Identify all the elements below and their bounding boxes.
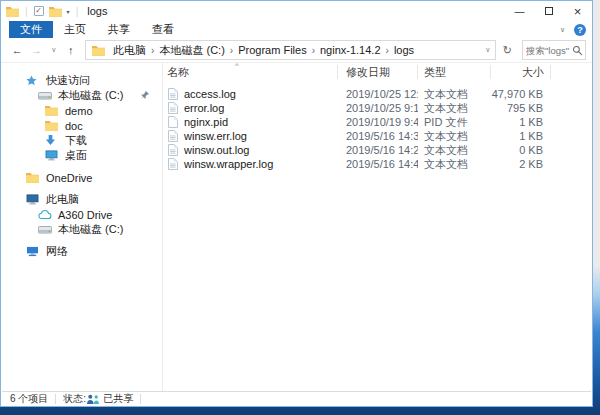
sidebar-item[interactable]: 本地磁盘 (C:) bbox=[2, 222, 162, 237]
window-title: logs bbox=[87, 5, 107, 17]
minimize-button[interactable]: — bbox=[505, 1, 534, 21]
file-date: 2019/5/16 14:29 bbox=[338, 144, 418, 156]
breadcrumb-item[interactable]: nginx-1.14.2 bbox=[315, 44, 386, 56]
download-icon bbox=[45, 135, 59, 147]
sidebar-item[interactable]: A360 Drive bbox=[2, 207, 162, 222]
sidebar-item[interactable]: 网络 bbox=[2, 244, 162, 259]
ribbon-tab[interactable]: 共享 bbox=[97, 21, 141, 38]
cloud-icon bbox=[38, 209, 52, 221]
navigation-bar: ← → ∨ ↑ 此电脑 › 本地磁盘 (C:) › Program Files … bbox=[1, 38, 592, 63]
ribbon-tab[interactable]: 文件 bbox=[9, 21, 53, 38]
new-folder-icon[interactable] bbox=[49, 6, 62, 17]
title-bar: | ✓ ▾ | logs — × bbox=[1, 1, 592, 21]
column-header[interactable]: 大小 bbox=[491, 65, 551, 79]
sidebar-item-label: 快速访问 bbox=[46, 73, 90, 88]
up-button[interactable]: ↑ bbox=[63, 44, 79, 56]
sidebar-item[interactable]: 快速访问 bbox=[2, 73, 162, 88]
window-controls: — × bbox=[505, 1, 592, 21]
file-pane: ^ 名称 修改日期 类型 大小 access.log 2019/10/25 12… bbox=[163, 63, 591, 391]
file-row[interactable]: error.log 2019/10/25 9:11 文本文档 795 KB bbox=[163, 101, 591, 115]
explorer-window: | ✓ ▾ | logs — × 文件 主页 共享 查看 ∨ ? bbox=[0, 0, 593, 407]
properties-check-icon[interactable]: ✓ bbox=[34, 6, 44, 16]
file-row[interactable]: winsw.out.log 2019/5/16 14:29 文本文档 0 KB bbox=[163, 143, 591, 157]
column-header[interactable]: 类型 bbox=[418, 65, 491, 79]
star-icon bbox=[26, 75, 40, 87]
separator bbox=[140, 394, 141, 404]
file-name: nginx.pid bbox=[184, 116, 228, 128]
file-icon bbox=[168, 116, 179, 129]
ribbon-tab[interactable]: 查看 bbox=[141, 21, 185, 38]
quick-access-toolbar: | ✓ ▾ | bbox=[6, 6, 79, 17]
file-date: 2019/10/25 9:11 bbox=[338, 102, 418, 114]
sidebar-item-label: 网络 bbox=[46, 244, 68, 259]
back-button[interactable]: ← bbox=[9, 44, 25, 56]
file-row[interactable]: access.log 2019/10/25 12:11 文本文档 47,970 … bbox=[163, 87, 591, 101]
drive-icon bbox=[38, 224, 52, 236]
status-label: 状态: bbox=[63, 392, 86, 406]
file-size: 2 KB bbox=[491, 158, 551, 170]
search-input[interactable] bbox=[526, 45, 572, 56]
refresh-icon[interactable]: ↻ bbox=[499, 44, 515, 57]
file-date: 2019/5/16 14:40 bbox=[338, 158, 418, 170]
breadcrumb-item[interactable]: Program Files bbox=[233, 44, 311, 56]
text-file-icon bbox=[168, 88, 179, 101]
separator: | bbox=[75, 6, 80, 17]
file-date: 2019/10/25 12:11 bbox=[338, 88, 418, 100]
breadcrumb-item[interactable]: 此电脑 bbox=[108, 43, 151, 58]
file-name: winsw.out.log bbox=[184, 144, 249, 156]
close-button[interactable]: × bbox=[563, 1, 592, 21]
maximize-button[interactable] bbox=[534, 1, 563, 21]
desktop-icon bbox=[45, 150, 59, 162]
file-row[interactable]: winsw.err.log 2019/5/16 14:32 文本文档 1 KB bbox=[163, 129, 591, 143]
folder-icon bbox=[45, 120, 59, 132]
content-area: 快速访问 本地磁盘 (C:) demo doc 下载 桌面 OneDrive 此… bbox=[2, 63, 591, 391]
sidebar-item-label: A360 Drive bbox=[58, 209, 112, 221]
drive-icon bbox=[38, 90, 52, 102]
column-header[interactable]: 修改日期 bbox=[338, 65, 418, 79]
shared-people-icon bbox=[86, 394, 100, 404]
address-bar[interactable]: 此电脑 › 本地磁盘 (C:) › Program Files › nginx-… bbox=[85, 40, 496, 60]
file-rows: access.log 2019/10/25 12:11 文本文档 47,970 … bbox=[163, 87, 591, 171]
column-header[interactable]: 名称 bbox=[163, 65, 338, 79]
sidebar-item-label: 此电脑 bbox=[46, 192, 79, 207]
address-dropdown-icon[interactable]: ∨ bbox=[485, 46, 492, 54]
customize-dropdown-icon[interactable]: ▾ bbox=[67, 8, 70, 15]
sidebar-item[interactable]: 桌面 bbox=[2, 148, 162, 163]
file-type: 文本文档 bbox=[418, 157, 491, 172]
help-icon[interactable]: ? bbox=[574, 24, 586, 36]
file-name: error.log bbox=[184, 102, 224, 114]
text-file-icon bbox=[168, 102, 179, 115]
search-box bbox=[522, 40, 586, 60]
sidebar-item[interactable]: doc bbox=[2, 118, 162, 133]
file-row[interactable]: winsw.wrapper.log 2019/5/16 14:40 文本文档 2… bbox=[163, 157, 591, 171]
sidebar-item-label: 本地磁盘 (C:) bbox=[58, 222, 123, 237]
column-headers: ^ 名称 修改日期 类型 大小 bbox=[163, 63, 591, 81]
file-type: 文本文档 bbox=[418, 143, 491, 158]
forward-button[interactable]: → bbox=[28, 44, 44, 56]
file-type: 文本文档 bbox=[418, 87, 491, 102]
folder-icon bbox=[6, 6, 19, 17]
file-row[interactable]: nginx.pid 2019/10/19 9:49 PID 文件 1 KB bbox=[163, 115, 591, 129]
file-size: 1 KB bbox=[491, 116, 551, 128]
ribbon-collapse-icon[interactable]: ∨ bbox=[560, 26, 565, 34]
file-date: 2019/10/19 9:49 bbox=[338, 116, 418, 128]
breadcrumb: 此电脑 › 本地磁盘 (C:) › Program Files › nginx-… bbox=[108, 43, 419, 58]
navigation-pane: 快速访问 本地磁盘 (C:) demo doc 下载 桌面 OneDrive 此… bbox=[2, 63, 163, 391]
breadcrumb-item[interactable]: 本地磁盘 (C:) bbox=[154, 43, 229, 58]
folder-icon bbox=[92, 45, 105, 56]
sidebar-item[interactable]: OneDrive bbox=[2, 170, 162, 185]
search-icon[interactable] bbox=[572, 45, 583, 56]
ribbon-tab[interactable]: 主页 bbox=[53, 21, 97, 38]
network-icon bbox=[26, 246, 40, 258]
sidebar-item[interactable]: 下载 bbox=[2, 133, 162, 148]
sidebar-item[interactable]: 此电脑 bbox=[2, 192, 162, 207]
ribbon-right-controls: ∨ ? bbox=[560, 24, 586, 36]
separator: | bbox=[24, 6, 29, 17]
maximize-icon bbox=[545, 7, 553, 15]
breadcrumb-item[interactable]: logs bbox=[389, 44, 419, 56]
recent-locations-icon[interactable]: ∨ bbox=[48, 46, 60, 54]
sidebar-item[interactable]: demo bbox=[2, 103, 162, 118]
folder-icon bbox=[26, 172, 40, 184]
sidebar-item[interactable]: 本地磁盘 (C:) bbox=[2, 88, 162, 103]
status-bar: 6 个项目 状态: 已共享 bbox=[2, 391, 591, 405]
